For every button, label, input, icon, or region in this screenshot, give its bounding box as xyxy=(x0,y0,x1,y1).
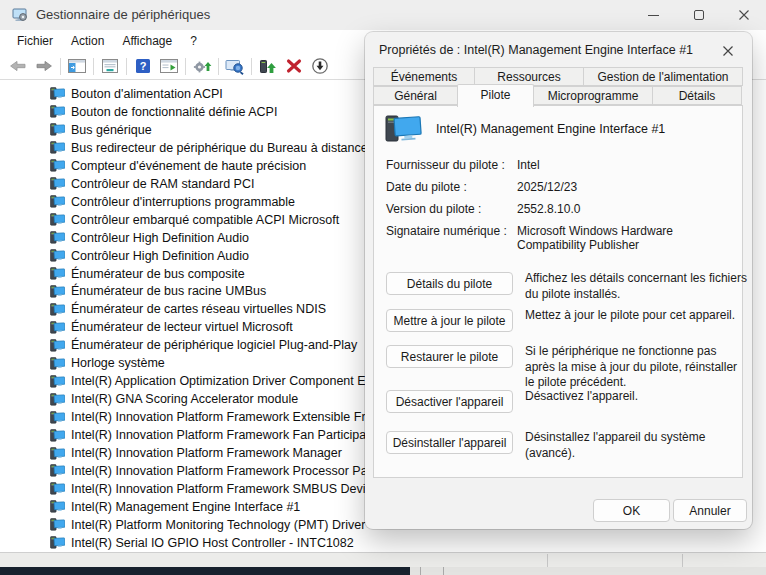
maximize-icon xyxy=(694,10,704,20)
forward-button[interactable] xyxy=(31,54,57,78)
driver-actions: Détails du piloteAffichez les détails co… xyxy=(374,106,744,479)
scan-hardware-changes-icon xyxy=(225,58,245,75)
minimize-icon xyxy=(648,15,659,16)
tree-item-label: Énumérateur de bus composite xyxy=(71,267,245,281)
help-button[interactable]: ? xyxy=(130,54,156,78)
disable-device-button[interactable]: Désactiver l'appareil xyxy=(386,390,513,413)
menu-item-help[interactable]: ? xyxy=(181,30,206,53)
menu-item-action[interactable]: Action xyxy=(62,30,113,53)
system-device-icon xyxy=(50,518,65,531)
tree-item-label: Contrôleur embarqué compatible ACPI Micr… xyxy=(71,213,339,227)
tree-item-label: Bouton de fonctionnalité définie ACPI xyxy=(71,105,277,119)
forward-icon xyxy=(34,58,54,74)
tree-item-label: Compteur d'événement de haute précision xyxy=(71,159,306,173)
properties-dialog: Propriétés de : Intel(R) Management Engi… xyxy=(365,32,752,529)
system-device-icon xyxy=(50,464,65,477)
system-device-icon xyxy=(50,303,65,316)
system-device-icon xyxy=(50,105,65,118)
system-device-icon xyxy=(50,357,65,370)
show-action-pane-button[interactable] xyxy=(156,54,182,78)
scan-hardware-changes-button[interactable] xyxy=(222,54,248,78)
action-description: Affichez les détails concernant les fich… xyxy=(525,271,749,302)
uninstall-device-icon xyxy=(285,58,303,74)
tree-item-label: Intel(R) Innovation Platform Framework F… xyxy=(71,428,373,442)
update-driver-button[interactable] xyxy=(189,54,215,78)
close-icon xyxy=(738,9,750,21)
system-device-icon xyxy=(50,482,65,495)
enable-device-icon xyxy=(258,58,278,75)
menu-item-affichage[interactable]: Affichage xyxy=(113,30,181,53)
toolbar-separator xyxy=(126,58,127,75)
update-driver-icon xyxy=(192,58,212,75)
tree-item-label: Contrôleur d'interruptions programmable xyxy=(71,195,295,209)
window-title: Gestionnaire de périphériques xyxy=(36,0,210,30)
enable-device-button[interactable] xyxy=(255,54,281,78)
ok-button[interactable]: OK xyxy=(593,499,670,522)
tree-item-label: Intel(R) Innovation Platform Framework S… xyxy=(71,482,379,496)
tree-item-label: Bus générique xyxy=(71,123,152,137)
system-device-icon xyxy=(50,159,65,172)
driver-tab-page: Intel(R) Management Engine Interface #1 … xyxy=(373,105,743,478)
tab-row-2: GénéralPiloteMicroprogrammeDétails xyxy=(373,86,745,105)
background-divider xyxy=(443,567,444,575)
show-action-pane-icon xyxy=(159,58,179,74)
disable-device-icon xyxy=(311,57,329,75)
tree-item-label: Intel(R) Management Engine Interface #1 xyxy=(71,500,300,514)
tab-d-tails[interactable]: Détails xyxy=(652,86,742,105)
tree-item-label: Intel(R) Serial IO GPIO Host Controller … xyxy=(71,536,354,550)
show-console-tree-button[interactable] xyxy=(64,54,90,78)
system-device-icon xyxy=(50,87,65,100)
action-description: Si le périphérique ne fonctionne pas apr… xyxy=(525,344,749,391)
driver-details-button[interactable]: Détails du pilote xyxy=(386,272,513,295)
tab-microprogramme[interactable]: Microprogramme xyxy=(533,86,653,105)
svg-text:?: ? xyxy=(140,60,147,72)
uninstall-device-button[interactable]: Désinstaller l'appareil xyxy=(386,431,513,454)
tree-item[interactable]: Intel(R) Serial IO GPIO Host Controller … xyxy=(0,534,766,552)
system-device-icon xyxy=(50,267,65,280)
system-device-icon xyxy=(50,213,65,226)
system-device-icon xyxy=(50,231,65,244)
background-window-edge xyxy=(0,567,766,575)
window-controls xyxy=(631,0,766,30)
toolbar-separator xyxy=(93,58,94,75)
tab-pilote[interactable]: Pilote xyxy=(457,84,534,107)
system-device-icon xyxy=(50,339,65,352)
tab-gestion-de-l-alimentation[interactable]: Gestion de l'alimentation xyxy=(583,67,743,86)
action-description: Désactivez l'appareil. xyxy=(525,389,749,405)
tree-item-label: Bus redirecteur de périphérique du Burea… xyxy=(71,141,368,155)
system-device-icon xyxy=(50,249,65,262)
screen: Gestionnaire de périphériques FichierAct… xyxy=(0,0,766,575)
devmgr-titlebar: Gestionnaire de périphériques xyxy=(0,0,766,30)
close-button[interactable] xyxy=(721,0,766,30)
tree-item-label: Énumérateur de bus racine UMBus xyxy=(71,284,266,298)
update-driver-button[interactable]: Mettre à jour le pilote xyxy=(386,309,513,332)
tree-item-label: Intel(R) Application Optimization Driver… xyxy=(71,374,366,388)
tree-item-label: Énumérateur de lecteur virtuel Microsoft xyxy=(71,320,293,334)
back-button[interactable] xyxy=(5,54,31,78)
system-device-icon xyxy=(50,536,65,549)
dialog-close-button[interactable] xyxy=(714,39,742,63)
status-divider xyxy=(682,554,683,568)
tree-item-label: Intel(R) Innovation Platform Framework M… xyxy=(71,446,342,460)
system-device-icon xyxy=(50,447,65,460)
tab-g-n-ral[interactable]: Général xyxy=(373,86,458,105)
system-device-icon xyxy=(50,141,65,154)
toolbar-separator xyxy=(218,58,219,75)
tab-row-1: ÉvénementsRessourcesGestion de l'aliment… xyxy=(373,67,745,86)
system-device-icon xyxy=(50,195,65,208)
properties-button[interactable] xyxy=(97,54,123,78)
toolbar-separator xyxy=(251,58,252,75)
disable-device-button[interactable] xyxy=(307,54,333,78)
uninstall-device-button[interactable] xyxy=(281,54,307,78)
roll-back-driver-button[interactable]: Restaurer le pilote xyxy=(386,345,513,368)
tree-item-label: Contrôleur High Definition Audio xyxy=(71,249,249,263)
tree-item-label: Horloge système xyxy=(71,356,165,370)
cancel-button[interactable]: Annuler xyxy=(673,499,747,522)
minimize-button[interactable] xyxy=(631,0,676,30)
system-device-icon xyxy=(50,411,65,424)
status-strip xyxy=(0,552,766,567)
tree-item-label: Intel(R) Platform Monitoring Technology … xyxy=(71,518,365,532)
maximize-button[interactable] xyxy=(676,0,721,30)
toolbar-separator xyxy=(185,58,186,75)
menu-item-fichier[interactable]: Fichier xyxy=(8,30,62,53)
